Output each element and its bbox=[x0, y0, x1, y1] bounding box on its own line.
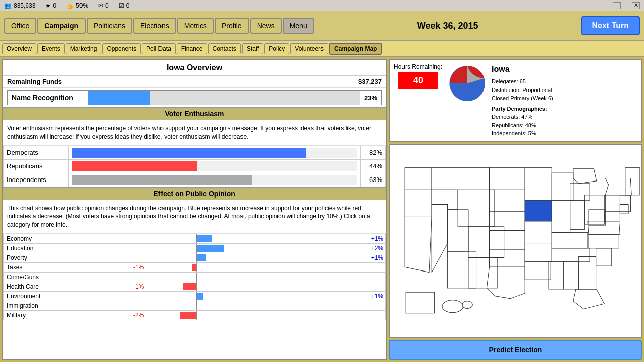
nav-tab-politicians[interactable]: Politicians bbox=[87, 18, 132, 34]
effect-bar-cell bbox=[146, 282, 338, 291]
sub-tab-events[interactable]: Events bbox=[37, 43, 65, 54]
people-icon: 👥 bbox=[4, 2, 12, 9]
effect-label: Education bbox=[4, 243, 99, 253]
distribution-info: Distribution: Proportional bbox=[492, 86, 638, 95]
table-row: Independents 63% bbox=[4, 173, 386, 187]
effect-neg-value bbox=[99, 253, 146, 262]
effect-pos-value: +1% bbox=[338, 253, 386, 262]
rep-demographics: Republicans: 48% bbox=[492, 121, 638, 130]
effect-pos-value bbox=[338, 310, 386, 320]
sub-tab-finance[interactable]: Finance bbox=[177, 43, 207, 54]
next-turn-button[interactable]: Next Turn bbox=[581, 16, 640, 35]
effect-pos-value bbox=[338, 301, 386, 310]
titlebar-minimize[interactable]: − bbox=[613, 2, 621, 9]
effect-pos-value bbox=[338, 282, 386, 291]
nav-tab-news[interactable]: News bbox=[250, 18, 282, 34]
sub-tab-marketing[interactable]: Marketing bbox=[66, 43, 102, 54]
predict-election-button[interactable]: Predict Election bbox=[389, 340, 642, 360]
sub-tab-volunteers[interactable]: Volunteers bbox=[290, 43, 328, 54]
effect-neg-value: -2% bbox=[99, 310, 146, 320]
effect-bar-cell bbox=[146, 253, 338, 262]
sub-tab-contacts[interactable]: Contacts bbox=[208, 43, 241, 54]
name-recognition-label: Name Recognition bbox=[8, 92, 88, 104]
mail-icon: ✉ bbox=[98, 2, 103, 9]
effect-neg-value bbox=[99, 243, 146, 253]
check-icon: ☑ bbox=[119, 2, 124, 9]
rep-bar-cell bbox=[69, 159, 361, 173]
stars-value: 0 bbox=[53, 2, 56, 9]
effect-bar-cell bbox=[146, 301, 338, 310]
effect-header: Effect on Public Opinion bbox=[3, 187, 386, 200]
effect-label: Immigration bbox=[4, 301, 99, 310]
table-row[interactable]: Environment+1% bbox=[4, 291, 386, 301]
nav-tab-menu[interactable]: Menu bbox=[283, 18, 314, 34]
table-row: Democrats 82% bbox=[4, 146, 386, 159]
table-row[interactable]: Health Care-1% bbox=[4, 282, 386, 291]
us-map bbox=[389, 144, 642, 338]
sub-tab-poll-data[interactable]: Poll Data bbox=[142, 43, 176, 54]
rep-label: Republicans bbox=[4, 159, 69, 173]
enthusiasm-table: Democrats 82% Republicans 44% Independen… bbox=[3, 146, 386, 187]
right-panel: Hours Remaining: 40 bbox=[389, 59, 642, 360]
effect-pos-value: +1% bbox=[338, 291, 386, 301]
rep-pct: 44% bbox=[361, 159, 386, 173]
mail-stat: ✉ 0 bbox=[98, 2, 109, 9]
voter-enthusiasm-header: Voter Enthusiasm bbox=[3, 107, 386, 120]
ind-pct: 63% bbox=[361, 173, 386, 187]
table-row[interactable]: Military-2% bbox=[4, 310, 386, 320]
effect-desc: This chart shows how public opinion chan… bbox=[3, 200, 386, 234]
table-row[interactable]: Immigration bbox=[4, 301, 386, 310]
sub-tab-policy[interactable]: Policy bbox=[264, 43, 289, 54]
effect-bar-cell bbox=[146, 262, 338, 272]
table-row[interactable]: Taxes-1% bbox=[4, 262, 386, 272]
voter-enthusiasm-desc: Voter enthusiasm represents the percenta… bbox=[3, 120, 386, 146]
table-row[interactable]: Crime/Guns bbox=[4, 272, 386, 282]
svg-rect-20 bbox=[525, 200, 552, 221]
name-recognition-bar-container bbox=[88, 90, 360, 105]
iowa-pie-chart bbox=[447, 63, 488, 104]
name-recognition-bar bbox=[88, 90, 150, 105]
population-value: 835,633 bbox=[14, 2, 35, 9]
mail-value: 0 bbox=[105, 2, 109, 9]
iowa-overview-title: Iowa Overview bbox=[3, 60, 386, 76]
titlebar-close[interactable]: ✕ bbox=[632, 2, 640, 9]
sub-tab-opponents[interactable]: Opponents bbox=[102, 43, 141, 54]
nav-tab-elections[interactable]: Elections bbox=[133, 18, 176, 34]
iowa-title: Iowa bbox=[492, 63, 638, 75]
table-row[interactable]: Education+2% bbox=[4, 243, 386, 253]
thumbs-up-icon: 👍 bbox=[66, 2, 74, 9]
sub-tab-staff[interactable]: Staff bbox=[242, 43, 263, 54]
nav-tab-campaign[interactable]: Campaign bbox=[37, 18, 86, 34]
effect-table: Economy+1%Education+2%Poverty+1%Taxes-1%… bbox=[3, 234, 386, 320]
sub-tab-campaign-map[interactable]: Campaign Map bbox=[329, 43, 382, 55]
sub-tab-overview[interactable]: Overview bbox=[2, 43, 36, 54]
nav-tab-office[interactable]: Office bbox=[4, 18, 36, 34]
effect-label: Health Care bbox=[4, 282, 99, 291]
effect-pos-value bbox=[338, 262, 386, 272]
dem-pct: 82% bbox=[361, 146, 386, 159]
effect-label: Crime/Guns bbox=[4, 272, 99, 282]
effect-label: Military bbox=[4, 310, 99, 320]
table-row[interactable]: Economy+1% bbox=[4, 234, 386, 243]
table-row[interactable]: Poverty+1% bbox=[4, 253, 386, 262]
check-stat: ☑ 0 bbox=[119, 2, 130, 9]
effect-neg-value bbox=[99, 301, 146, 310]
svg-rect-1 bbox=[390, 157, 641, 324]
effect-label: Poverty bbox=[4, 253, 99, 262]
approval-stat: 👍 59% bbox=[66, 2, 88, 9]
hours-box: Hours Remaining: 40 bbox=[393, 63, 443, 138]
name-recognition-pct: 23% bbox=[360, 92, 381, 104]
effect-neg-value bbox=[99, 234, 146, 243]
effect-label: Taxes bbox=[4, 262, 99, 272]
name-recognition-row: Name Recognition 23% bbox=[7, 90, 382, 105]
approval-value: 59% bbox=[76, 2, 88, 9]
party-demographics-header: Party Demographics: bbox=[492, 105, 638, 113]
nav-tab-metrics[interactable]: Metrics bbox=[177, 18, 214, 34]
star-icon: ★ bbox=[45, 2, 51, 9]
effect-label: Economy bbox=[4, 234, 99, 243]
check-value: 0 bbox=[126, 2, 130, 9]
effect-label: Environment bbox=[4, 291, 99, 301]
remaining-funds-value: $37,237 bbox=[358, 78, 382, 85]
nav-tab-profile[interactable]: Profile bbox=[215, 18, 249, 34]
iowa-text-info: Iowa Delegates: 65 Distribution: Proport… bbox=[492, 63, 638, 138]
